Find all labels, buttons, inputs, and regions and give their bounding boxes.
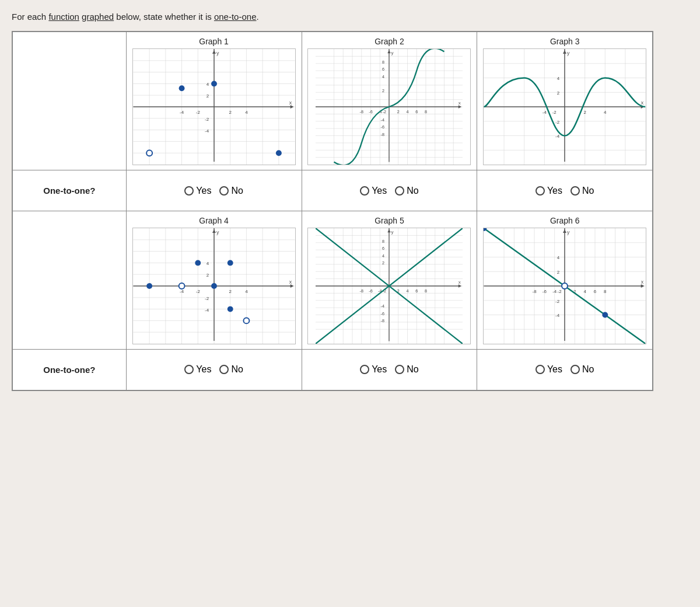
- svg-text:2: 2: [206, 273, 208, 278]
- radio-circle-yes-2[interactable]: [360, 186, 369, 196]
- answer-4: Yes No: [126, 350, 302, 390]
- svg-text:4: 4: [382, 74, 384, 79]
- graph-2-svg: -8 -6 -4 -2 2 4 6 8 2 4 6 8 -4 -6 -8 x y: [308, 49, 470, 165]
- svg-text:-4: -4: [205, 308, 209, 313]
- radio-yes-1[interactable]: Yes: [184, 186, 211, 196]
- svg-text:4: 4: [604, 110, 607, 115]
- answer-1: Yes No: [126, 170, 302, 211]
- svg-text:y: y: [567, 229, 570, 235]
- svg-text:-2: -2: [555, 120, 559, 125]
- radio-circle-no-2[interactable]: [395, 186, 404, 196]
- radio-circle-yes-5[interactable]: [360, 365, 369, 374]
- radio-yes-3[interactable]: Yes: [536, 186, 562, 196]
- graph-cell-6: Graph 6: [477, 211, 653, 350]
- radio-circle-yes-1[interactable]: [184, 186, 194, 196]
- svg-marker-69: [388, 50, 391, 53]
- graph-4-title: Graph 4: [129, 216, 299, 225]
- svg-text:2: 2: [557, 90, 559, 96]
- svg-text:-6: -6: [369, 288, 373, 294]
- graph-cell-2: Graph 2: [302, 32, 477, 170]
- svg-text:-2: -2: [552, 110, 556, 115]
- radio-group-5: Yes No: [304, 364, 475, 375]
- svg-point-154: [243, 318, 249, 323]
- svg-text:4: 4: [557, 76, 560, 81]
- svg-text:2: 2: [382, 88, 384, 93]
- svg-text:-4: -4: [180, 289, 184, 294]
- radio-circle-yes-3[interactable]: [536, 186, 545, 196]
- radio-circle-no-5[interactable]: [395, 365, 404, 374]
- yes-label-6: Yes: [547, 364, 562, 375]
- svg-text:-2: -2: [555, 299, 559, 304]
- radio-no-1[interactable]: No: [219, 186, 243, 196]
- svg-text:-2: -2: [195, 110, 200, 115]
- no-label-2: No: [407, 186, 418, 196]
- radio-circle-no-4[interactable]: [219, 365, 229, 374]
- empty-cell-2: [12, 211, 126, 350]
- graph-4-container: -4 -2 2 4 2 4 -2 -4 x y: [132, 228, 296, 344]
- no-label-3: No: [582, 186, 594, 196]
- svg-text:-2: -2: [205, 117, 209, 122]
- graph-cell-1: Graph 1: [126, 32, 302, 170]
- graph-2-title: Graph 2: [304, 37, 475, 46]
- svg-text:-6: -6: [542, 289, 547, 294]
- svg-text:4: 4: [206, 82, 209, 87]
- svg-text:2: 2: [584, 110, 586, 115]
- svg-text:y: y: [391, 50, 394, 55]
- radio-group-2: Yes No: [304, 186, 475, 196]
- svg-text:x: x: [289, 279, 292, 285]
- label-row2: One-to-one?: [12, 350, 126, 390]
- radio-no-2[interactable]: No: [395, 186, 418, 196]
- svg-text:y: y: [391, 229, 394, 235]
- svg-text:y: y: [567, 50, 570, 56]
- svg-text:x: x: [641, 279, 644, 285]
- radio-yes-6[interactable]: Yes: [536, 364, 562, 375]
- svg-text:-8: -8: [360, 109, 363, 114]
- yes-label-5: Yes: [372, 364, 387, 375]
- radio-yes-2[interactable]: Yes: [360, 186, 387, 196]
- graph-3-svg: -4 -2 2 4 2 4 -2 -4 x y: [484, 49, 646, 165]
- radio-group-4: Yes No: [129, 364, 299, 375]
- svg-text:-4: -4: [555, 134, 560, 139]
- graph-3-title: Graph 3: [480, 37, 650, 46]
- svg-text:-4: -4: [555, 313, 560, 318]
- svg-point-33: [211, 81, 217, 86]
- radio-no-5[interactable]: No: [395, 364, 418, 375]
- graph-1-svg: -4 -2 2 4 2 4 -2 -4 x y: [133, 49, 295, 165]
- radio-circle-no-6[interactable]: [570, 365, 580, 374]
- graph-3-container: -4 -2 2 4 2 4 -2 -4 x y: [483, 48, 646, 165]
- graph-5-container: -8 -6 -4 -2 2 4 6 8 8 6 4 2 -4 -6 -8 x y: [307, 228, 471, 344]
- svg-text:-8: -8: [533, 289, 537, 294]
- radio-circle-yes-6[interactable]: [536, 365, 545, 374]
- svg-text:6: 6: [416, 288, 418, 294]
- svg-text:4: 4: [382, 253, 384, 259]
- radio-circle-no-3[interactable]: [570, 186, 580, 196]
- graph-5-title: Graph 5: [304, 216, 475, 225]
- radio-circle-no-1[interactable]: [219, 186, 229, 196]
- radio-no-6[interactable]: No: [570, 364, 594, 375]
- svg-text:4: 4: [245, 110, 248, 115]
- empty-cell-1: [12, 32, 126, 170]
- radio-group-6: Yes No: [480, 364, 650, 375]
- svg-text:-2: -2: [205, 296, 209, 301]
- yes-label-3: Yes: [547, 186, 562, 196]
- label-row1: One-to-one?: [12, 170, 126, 211]
- graph-4-svg: -4 -2 2 4 2 4 -2 -4 x y: [133, 228, 295, 344]
- radio-no-3[interactable]: No: [570, 186, 594, 196]
- svg-text:x: x: [289, 100, 292, 106]
- svg-point-150: [195, 260, 201, 266]
- svg-point-153: [227, 306, 233, 312]
- radio-circle-yes-4[interactable]: [184, 365, 194, 374]
- svg-text:8: 8: [425, 109, 427, 114]
- svg-text:-6: -6: [381, 311, 384, 316]
- svg-point-34: [146, 150, 152, 156]
- svg-point-32: [178, 85, 184, 91]
- svg-text:-6: -6: [369, 109, 373, 114]
- svg-text:-8: -8: [381, 318, 384, 323]
- graph-6-container: -8 -6 -4 -2 2 4 6 8 4 2 -2 -4 x y: [483, 228, 646, 344]
- radio-no-4[interactable]: No: [219, 364, 243, 375]
- svg-text:-4: -4: [205, 128, 209, 134]
- radio-yes-4[interactable]: Yes: [184, 364, 211, 375]
- graph-1-container: -4 -2 2 4 2 4 -2 -4 x y: [132, 48, 296, 165]
- answer-5: Yes No: [302, 350, 477, 390]
- radio-yes-5[interactable]: Yes: [360, 364, 387, 375]
